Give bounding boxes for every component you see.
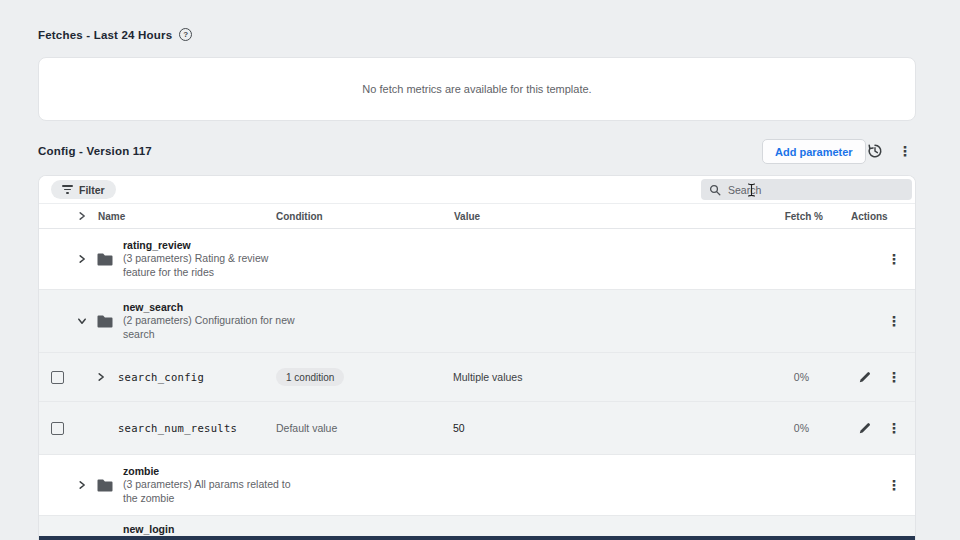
group-description-line1: (2 parameters) Configuration for new [123, 314, 295, 328]
chevron-right-icon[interactable] [75, 455, 89, 515]
kebab-menu-icon: ⋮ [887, 252, 901, 266]
row-checkbox[interactable] [51, 371, 64, 384]
group-name: rating_review [123, 239, 191, 253]
row-overflow-menu[interactable]: ⋮ [885, 353, 903, 401]
edit-button[interactable] [856, 402, 874, 454]
edit-button[interactable] [856, 353, 874, 401]
folder-icon [96, 229, 116, 289]
pencil-icon [858, 370, 872, 384]
row-overflow-menu[interactable]: ⋮ [885, 290, 903, 352]
group-description-line2: the zombie [123, 492, 174, 506]
table-row: search_num_results Default value 50 0% ⋮ [39, 401, 915, 454]
table-row: search_config 1 condition Multiple value… [39, 352, 915, 401]
header-value: Value [454, 204, 480, 228]
row-overflow-menu[interactable]: ⋮ [885, 229, 903, 289]
table-row: rating_review (3 parameters) Rating & re… [39, 229, 915, 289]
kebab-menu-icon: ⋮ [898, 144, 912, 158]
fetches-section-title: Fetches - Last 24 Hours ? [38, 28, 192, 41]
config-overflow-menu[interactable]: ⋮ [895, 141, 915, 161]
table-row: new_search (2 parameters) Configuration … [39, 289, 915, 352]
expand-all-chevron[interactable] [77, 204, 87, 228]
history-icon [866, 142, 884, 160]
gif-progress-bar [39, 536, 915, 540]
header-name: Name [98, 204, 125, 228]
add-parameter-label: Add parameter [775, 146, 853, 158]
config-version-title: Config - Version 117 [38, 145, 152, 157]
condition-cell: 1 condition [276, 353, 344, 401]
remote-config-page: Fetches - Last 24 Hours ? No fetch metri… [0, 0, 960, 540]
row-overflow-menu[interactable]: ⋮ [885, 402, 903, 454]
fetches-title-text: Fetches - Last 24 Hours [38, 29, 172, 41]
fetch-metrics-empty-message: No fetch metrics are available for this … [362, 83, 591, 95]
value-cell: 50 [453, 402, 465, 454]
add-parameter-button[interactable]: Add parameter [762, 139, 866, 164]
table-row: zombie (3 parameters) All params related… [39, 454, 915, 515]
condition-badge: 1 condition [276, 368, 344, 386]
table-header-row: Name Condition Value Fetch % Actions [39, 203, 915, 229]
folder-icon [96, 290, 116, 352]
group-name: new_login [123, 523, 174, 537]
parameter-name: search_num_results [118, 402, 237, 454]
group-info: zombie (3 parameters) All params related… [123, 455, 291, 515]
parameters-table: Filter Name Condition Value Fetch % [38, 175, 916, 540]
condition-cell: Default value [276, 402, 337, 454]
chevron-right-icon[interactable] [94, 353, 108, 401]
group-description-line2: search [123, 328, 155, 342]
group-description-line1: (3 parameters) Rating & review [123, 252, 268, 266]
header-actions: Actions [851, 204, 888, 228]
group-info: rating_review (3 parameters) Rating & re… [123, 229, 268, 289]
search-field[interactable] [701, 179, 912, 200]
row-checkbox-cell [51, 353, 67, 401]
group-info: new_search (2 parameters) Configuration … [123, 290, 295, 352]
chevron-down-icon[interactable] [75, 290, 89, 352]
folder-icon [96, 455, 116, 515]
header-fetch-percent: Fetch % [753, 204, 823, 228]
fetch-percent: 0% [753, 353, 809, 401]
help-icon[interactable]: ? [179, 28, 192, 41]
kebab-menu-icon: ⋮ [887, 421, 901, 435]
text-cursor-icon [747, 183, 756, 197]
version-history-icon[interactable] [865, 141, 885, 161]
value-cell: Multiple values [453, 353, 522, 401]
filter-button[interactable]: Filter [51, 180, 116, 199]
filter-icon [62, 185, 73, 193]
kebab-menu-icon: ⋮ [887, 314, 901, 328]
parameter-name: search_config [118, 353, 204, 401]
search-icon [709, 184, 721, 196]
row-checkbox[interactable] [51, 422, 64, 435]
chevron-right-icon[interactable] [75, 229, 89, 289]
row-overflow-menu[interactable]: ⋮ [885, 455, 903, 515]
group-description-line2: feature for the rides [123, 266, 214, 280]
group-name: zombie [123, 465, 159, 479]
row-checkbox-cell [51, 402, 67, 454]
kebab-menu-icon: ⋮ [887, 370, 901, 384]
condition-text: Default value [276, 422, 337, 434]
fetch-percent: 0% [753, 402, 809, 454]
header-condition: Condition [276, 204, 323, 228]
fetch-metrics-card: No fetch metrics are available for this … [38, 57, 916, 121]
group-description-line1: (3 parameters) All params related to [123, 478, 291, 492]
pencil-icon [858, 421, 872, 435]
group-name: new_search [123, 301, 183, 315]
kebab-menu-icon: ⋮ [887, 478, 901, 492]
table-toolbar: Filter [39, 176, 915, 203]
filter-label: Filter [79, 184, 105, 196]
